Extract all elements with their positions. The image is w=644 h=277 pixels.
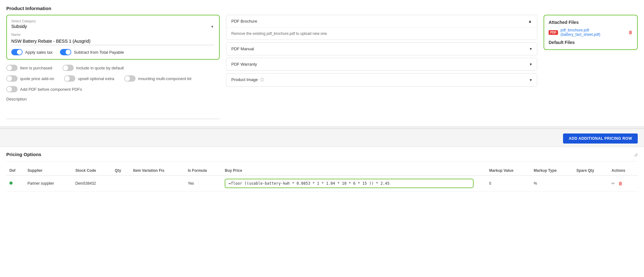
col-spare-qty: Spare Qty xyxy=(573,166,609,176)
item-purchased-item: Item is purchased xyxy=(6,65,52,71)
pdf-brochure-header[interactable]: PDF Brochure ▲ xyxy=(226,15,537,27)
attached-files-box: Attached Files PDF pdf_brochure.pdf (bat… xyxy=(544,15,638,50)
quote-price-addon-toggle[interactable] xyxy=(6,75,18,82)
chevron-down-icon-image: ▾ xyxy=(530,78,532,82)
col-markup-value: Markup Value xyxy=(486,166,530,176)
quote-price-addon-label: quote price add-on xyxy=(20,76,54,81)
delete-row-icon[interactable]: 🗑 xyxy=(618,181,623,186)
collapse-icon[interactable]: ⊿ xyxy=(634,151,638,157)
pdf-brochure-body: Remove the existing pdf_brochure.pdf to … xyxy=(226,27,537,40)
subtract-label: Subtract from Total Payable xyxy=(74,50,124,55)
pricing-header: Pricing Options ⊿ xyxy=(6,147,638,161)
pricing-section: Pricing Options ⊿ Def Supplier Stock Cod… xyxy=(0,147,644,198)
left-panel: Select Category Subsidy ▾ Name xyxy=(6,15,220,120)
product-image-header[interactable]: Product Image ⓘ ▾ xyxy=(226,73,537,86)
pdf-warranty-accordion: PDF Warranty ▾ xyxy=(226,58,537,71)
name-label: Name xyxy=(11,33,215,36)
category-label: Select Category xyxy=(11,19,215,23)
pdf-brochure-message: Remove the existing pdf_brochure.pdf to … xyxy=(231,31,328,36)
add-pricing-row-button[interactable]: ADD ADDITIONAL PRICING ROW xyxy=(563,133,638,144)
pricing-section-wrapper: ADD ADDITIONAL PRICING ROW Pricing Optio… xyxy=(0,129,644,198)
product-info-section: Product Information Select Category Subs… xyxy=(0,0,644,126)
name-input[interactable] xyxy=(11,37,215,45)
cell-markup-value: 0 xyxy=(486,176,530,192)
cell-stock-code: Dem538432 xyxy=(72,176,112,192)
table-row: Partner supplier Dem538432 Yes =floor ((… xyxy=(6,176,638,192)
category-select-wrapper[interactable]: Subsidy ▾ xyxy=(11,24,215,29)
add-pdf-before-toggle[interactable] xyxy=(6,86,18,92)
file-link[interactable]: pdf_brochure.pdf (battery_fact_sheet.pdf… xyxy=(561,28,626,37)
description-textarea[interactable] xyxy=(6,103,220,119)
pdf-manual-accordion: PDF Manual ▾ xyxy=(226,42,537,55)
upsell-label: upsell optional extra xyxy=(78,76,114,81)
pricing-table: Def Supplier Stock Code Qty Item Variati… xyxy=(6,166,638,192)
apply-sales-tax-toggle[interactable] xyxy=(11,49,23,55)
attached-files-title: Attached Files xyxy=(549,20,633,25)
pricing-title: Pricing Options xyxy=(6,152,41,157)
mounting-kit-label: mounting multi-component kit xyxy=(138,76,191,81)
cell-markup-type: % xyxy=(531,176,573,192)
subtract-toggle-item: Subtract from Total Payable xyxy=(60,49,124,55)
delete-file-icon[interactable]: 🗑 xyxy=(628,30,633,35)
cell-item-variation xyxy=(130,176,185,192)
chevron-down-icon-warranty: ▾ xyxy=(530,62,532,67)
cell-buy-price: =floor ((usable-battery-kwh * 0.0853 * 1… xyxy=(222,176,477,192)
options-row-1: Item is purchased Include in quote by de… xyxy=(6,65,220,71)
mounting-kit-toggle[interactable] xyxy=(124,75,136,82)
col-actions: Actions xyxy=(608,166,638,176)
col-item-variation: Item Variation Fix xyxy=(130,166,185,176)
info-icon: ⓘ xyxy=(260,78,264,82)
chevron-down-icon: ▾ xyxy=(530,46,532,51)
options-row-2: quote price add-on upsell optional extra… xyxy=(6,75,220,82)
cell-is-formula: Yes xyxy=(185,176,222,192)
category-select[interactable]: Subsidy xyxy=(11,24,215,29)
pdf-warranty-title: PDF Warranty xyxy=(231,62,257,67)
right-panel: Attached Files PDF pdf_brochure.pdf (bat… xyxy=(544,15,638,120)
section-divider xyxy=(0,126,644,129)
col-def: Def xyxy=(6,166,24,176)
product-form-box: Select Category Subsidy ▾ Name xyxy=(6,15,220,60)
cell-def xyxy=(6,176,24,192)
buy-price-value: =floor ((usable-battery-kwh * 0.0853 * 1… xyxy=(225,179,474,188)
apply-sales-tax-toggle-item: Apply sales tax xyxy=(11,49,52,55)
item-purchased-toggle[interactable] xyxy=(6,65,18,71)
apply-sales-tax-label: Apply sales tax xyxy=(25,50,52,55)
product-image-title: Product Image ⓘ xyxy=(231,77,264,83)
cell-actions: ✏ 🗑 xyxy=(608,176,638,192)
cell-supplier: Partner supplier xyxy=(24,176,72,192)
col-spacer xyxy=(477,166,486,176)
add-pdf-before-item: Add PDF before component PDFs xyxy=(6,86,82,92)
pdf-warranty-header[interactable]: PDF Warranty ▾ xyxy=(226,58,537,70)
edit-row-icon[interactable]: ✏ xyxy=(611,181,615,186)
col-qty: Qty xyxy=(112,166,130,176)
product-info-title: Product Information xyxy=(0,0,644,15)
pdf-brochure-title: PDF Brochure xyxy=(231,19,257,24)
pricing-top-bar: ADD ADDITIONAL PRICING ROW xyxy=(0,129,644,147)
col-markup-type: Markup Type xyxy=(531,166,573,176)
col-supplier: Supplier xyxy=(24,166,72,176)
pdf-manual-header[interactable]: PDF Manual ▾ xyxy=(226,43,537,55)
pdf-badge: PDF xyxy=(549,30,558,35)
upsell-item: upsell optional extra xyxy=(64,75,114,82)
subtract-toggle[interactable] xyxy=(60,49,71,55)
name-field-group: Name xyxy=(11,33,215,45)
upsell-toggle[interactable] xyxy=(64,75,75,82)
middle-panel: PDF Brochure ▲ Remove the existing pdf_b… xyxy=(226,15,537,120)
include-in-quote-label: Include in quote by default xyxy=(76,66,124,70)
include-in-quote-toggle[interactable] xyxy=(62,65,74,71)
main-toggles-row: Apply sales tax Subtract from Total Paya… xyxy=(11,49,215,55)
category-field-group: Select Category Subsidy ▾ xyxy=(11,19,215,29)
include-in-quote-item: Include in quote by default xyxy=(62,65,124,71)
description-label: Description xyxy=(6,97,220,101)
default-files-title: Default Files xyxy=(549,40,633,45)
quote-price-addon-item: quote price add-on xyxy=(6,75,54,82)
pdf-manual-title: PDF Manual xyxy=(231,46,254,51)
cell-spacer xyxy=(477,176,486,192)
mounting-kit-item: mounting multi-component kit xyxy=(124,75,191,82)
table-header-row: Def Supplier Stock Code Qty Item Variati… xyxy=(6,166,638,176)
add-pdf-before-label: Add PDF before component PDFs xyxy=(20,87,82,92)
product-image-accordion: Product Image ⓘ ▾ xyxy=(226,73,537,87)
col-buy-price: Buy Price xyxy=(222,166,477,176)
options-row-3: Add PDF before component PDFs xyxy=(6,86,220,92)
col-stock-code: Stock Code xyxy=(72,166,112,176)
